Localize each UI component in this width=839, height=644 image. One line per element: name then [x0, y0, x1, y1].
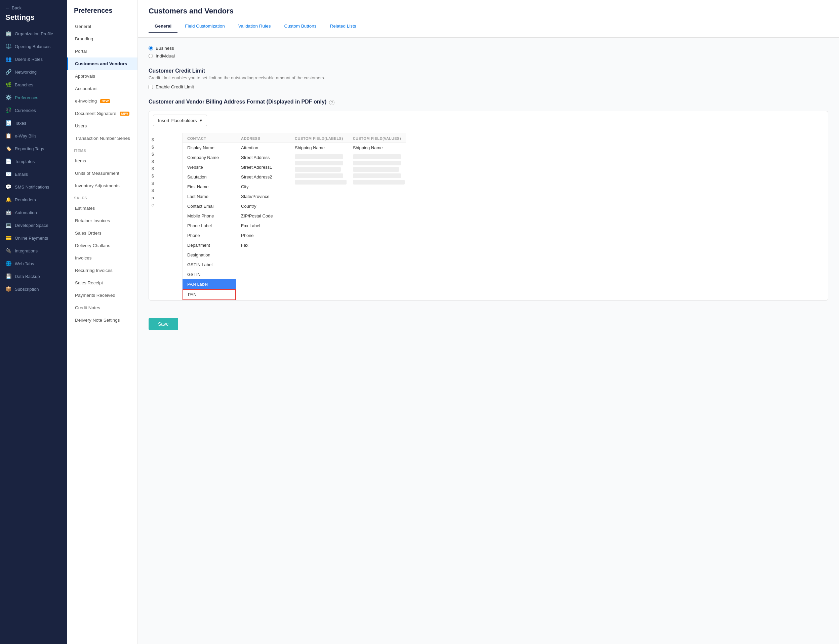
middle-nav-delivery-note-settings[interactable]: Delivery Note Settings	[67, 314, 138, 326]
help-icon[interactable]: ?	[329, 100, 335, 105]
address-item-fax[interactable]: Fax	[236, 240, 290, 250]
address-item-street-address2[interactable]: Street Address2	[236, 172, 290, 182]
address-item-fax-label[interactable]: Fax Label	[236, 221, 290, 231]
contact-item-pan[interactable]: PAN	[182, 289, 236, 300]
sidebar-item-emails[interactable]: ✉️ Emails	[0, 168, 67, 181]
contact-item-contact-email[interactable]: Contact Email	[182, 201, 236, 211]
contact-item-company-name[interactable]: Company Name	[182, 153, 236, 163]
sidebar-item-online-payments[interactable]: 💳 Online Payments	[0, 232, 67, 244]
middle-nav-branding[interactable]: Branding	[67, 33, 138, 45]
contact-item-department[interactable]: Department	[182, 240, 236, 250]
tab-validation-rules[interactable]: Validation Rules	[232, 20, 277, 33]
middle-nav-payments-received[interactable]: Payments Received	[67, 289, 138, 302]
back-button[interactable]: ← Back	[0, 0, 67, 12]
sidebar-item-taxes[interactable]: 🧾 Taxes	[0, 117, 67, 130]
enable-credit-limit-checkbox[interactable]	[149, 85, 153, 89]
individual-radio[interactable]	[149, 54, 153, 58]
address-item-country[interactable]: Country	[236, 201, 290, 211]
middle-nav-retainer-invoices[interactable]: Retainer Invoices	[67, 214, 138, 227]
middle-nav-customers-and-vendors[interactable]: Customers and Vendors	[67, 58, 138, 70]
middle-nav-invoices[interactable]: Invoices	[67, 252, 138, 264]
sidebar-item-reporting-tags[interactable]: 🏷️ Reporting Tags	[0, 142, 67, 155]
address-item-street-address[interactable]: Street Address	[236, 153, 290, 163]
custom-values-blurred-1	[353, 154, 401, 159]
contact-item-phone-label[interactable]: Phone Label	[182, 221, 236, 231]
middle-nav-items[interactable]: Items	[67, 154, 138, 167]
contact-item-phone[interactable]: Phone	[182, 231, 236, 240]
sidebar-item-subscription[interactable]: 📦 Subscription	[0, 283, 67, 296]
nav-icon-data-backup: 💾	[5, 273, 11, 279]
middle-nav-label: Payments Received	[75, 293, 115, 298]
contact-item-designation[interactable]: Designation	[182, 250, 236, 260]
sidebar-item-org-profile[interactable]: 🏢 Organization Profile	[0, 27, 67, 40]
sidebar-item-data-backup[interactable]: 💾 Data Backup	[0, 270, 67, 283]
nav-icon-users-roles: 👥	[5, 56, 11, 62]
tab-field-customization[interactable]: Field Customization	[179, 20, 231, 33]
contact-item-pan-label[interactable]: PAN Label	[182, 279, 236, 289]
middle-nav-e-invoicing[interactable]: e-InvoicingNEW	[67, 95, 138, 107]
insert-placeholder-button[interactable]: Insert Placeholders ▾	[153, 115, 207, 126]
middle-nav-credit-notes[interactable]: Credit Notes	[67, 302, 138, 314]
sidebar-item-sms-notifications[interactable]: 💬 SMS Notifications	[0, 181, 67, 193]
contact-item-mobile-phone[interactable]: Mobile Phone	[182, 211, 236, 221]
custom-values-first-item[interactable]: Shipping Name	[348, 143, 406, 153]
sidebar-item-preferences[interactable]: ⚙️ Preferences	[0, 91, 67, 104]
contact-item-first-name[interactable]: First Name	[182, 182, 236, 192]
sidebar-item-eway-bills[interactable]: 📋 e-Way Bills	[0, 130, 67, 142]
middle-nav-accountant[interactable]: Accountant	[67, 82, 138, 95]
tab-custom-buttons[interactable]: Custom Buttons	[278, 20, 322, 33]
sidebar-item-web-tabs[interactable]: 🌐 Web Tabs	[0, 257, 67, 270]
main-content: Business Individual Customer Credit Limi…	[138, 38, 839, 644]
sidebar-item-automation[interactable]: 🤖 Automation	[0, 206, 67, 219]
contact-item-last-name[interactable]: Last Name	[182, 192, 236, 201]
middle-nav-general[interactable]: General	[67, 20, 138, 33]
contact-item-salutation[interactable]: Salutation	[182, 172, 236, 182]
enable-credit-limit-option[interactable]: Enable Credit Limit	[149, 84, 828, 89]
preview-row-9: p	[152, 195, 179, 202]
custom-labels-first-item[interactable]: Shipping Name	[290, 143, 348, 153]
middle-nav-recurring-invoices[interactable]: Recurring Invoices	[67, 264, 138, 277]
sidebar-item-reminders[interactable]: 🔔 Reminders	[0, 193, 67, 206]
nav-label-automation: Automation	[15, 210, 37, 215]
sidebar-item-users-roles[interactable]: 👥 Users & Roles	[0, 53, 67, 66]
contact-item-gstin-label[interactable]: GSTIN Label	[182, 260, 236, 269]
credit-limit-heading: Customer Credit Limit	[149, 68, 828, 74]
address-item-state/province[interactable]: State/Province	[236, 192, 290, 201]
sidebar-item-integrations[interactable]: 🔌 Integrations	[0, 244, 67, 257]
nav-icon-org-profile: 🏢	[5, 31, 11, 37]
contact-item-gstin[interactable]: GSTIN	[182, 269, 236, 279]
sidebar-item-networking[interactable]: 🔗 Networking	[0, 66, 67, 78]
address-item-city[interactable]: City	[236, 182, 290, 192]
middle-nav-transaction-number-series[interactable]: Transaction Number Series	[67, 132, 138, 145]
middle-nav-portal[interactable]: Portal	[67, 45, 138, 58]
business-option[interactable]: Business	[149, 46, 828, 51]
middle-nav-delivery-challans[interactable]: Delivery Challans	[67, 239, 138, 252]
middle-nav-sales-receipt[interactable]: Sales Receipt	[67, 277, 138, 289]
tab-general[interactable]: General	[149, 20, 177, 33]
middle-nav-inventory-adjustments[interactable]: Inventory Adjustments	[67, 179, 138, 192]
business-radio[interactable]	[149, 46, 153, 51]
sidebar-item-currencies[interactable]: 💱 Currencies	[0, 104, 67, 117]
middle-nav-estimates[interactable]: Estimates	[67, 202, 138, 214]
save-button[interactable]: Save	[149, 318, 178, 330]
sidebar-item-developer-space[interactable]: 💻 Developer Space	[0, 219, 67, 232]
address-item-street-address1[interactable]: Street Address1	[236, 163, 290, 172]
sidebar-item-templates[interactable]: 📄 Templates	[0, 155, 67, 168]
custom-labels-blurred-2	[295, 161, 343, 165]
sidebar-item-branches[interactable]: 🌿 Branches	[0, 78, 67, 91]
credit-limit-section: Customer Credit Limit Credit Limit enabl…	[149, 68, 828, 89]
individual-option[interactable]: Individual	[149, 53, 828, 59]
middle-nav-document-signature[interactable]: Document SignatureNEW	[67, 107, 138, 120]
contact-item-website[interactable]: Website	[182, 163, 236, 172]
middle-nav-sales-orders[interactable]: Sales Orders	[67, 227, 138, 239]
contact-item-display-name[interactable]: Display Name	[182, 143, 236, 153]
sidebar-item-opening-balances[interactable]: ⚖️ Opening Balances	[0, 40, 67, 53]
address-item-phone[interactable]: Phone	[236, 231, 290, 240]
address-item-zip/postal-code[interactable]: ZIP/Postal Code	[236, 211, 290, 221]
custom-labels-column: CUSTOM FIELD(LABELS) Shipping Name	[290, 133, 348, 300]
address-item-attention[interactable]: Attention	[236, 143, 290, 153]
tab-related-lists[interactable]: Related Lists	[324, 20, 362, 33]
middle-nav-approvals[interactable]: Approvals	[67, 70, 138, 82]
middle-nav-users[interactable]: Users	[67, 120, 138, 132]
middle-nav-units-of-measurement[interactable]: Units of Measurement	[67, 167, 138, 179]
